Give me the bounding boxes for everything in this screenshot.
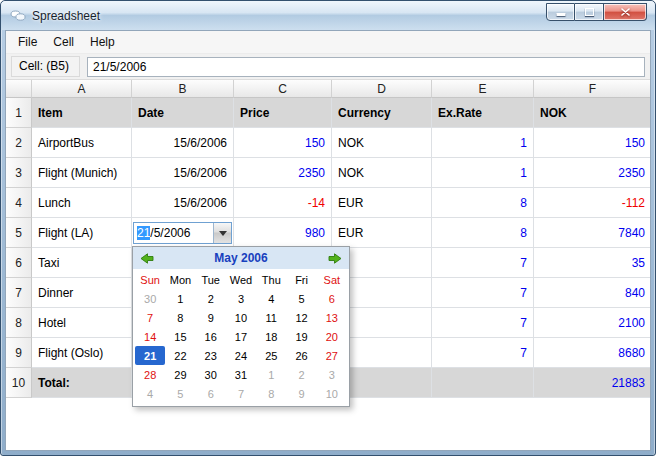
cell-B3[interactable]: 15/6/2006 bbox=[132, 158, 234, 188]
calendar-day[interactable]: 8 bbox=[165, 308, 195, 327]
date-editor[interactable]: 21/5/2006 bbox=[134, 223, 213, 243]
cell-A9[interactable]: Flight (Oslo) bbox=[32, 338, 132, 368]
calendar-day[interactable]: 29 bbox=[165, 365, 195, 384]
cell-F5[interactable]: 7840 bbox=[534, 218, 650, 248]
menu-item-cell[interactable]: Cell bbox=[45, 33, 82, 51]
minimize-button[interactable] bbox=[546, 3, 575, 21]
row-header-2[interactable]: 2 bbox=[6, 128, 32, 158]
cell-A2[interactable]: AirportBus bbox=[32, 128, 132, 158]
calendar-day[interactable]: 25 bbox=[256, 346, 286, 365]
column-header-F[interactable]: F bbox=[534, 80, 650, 98]
calendar-day[interactable]: 23 bbox=[196, 346, 226, 365]
cell-F1[interactable]: NOK bbox=[534, 98, 650, 128]
calendar-day[interactable]: 5 bbox=[165, 384, 195, 403]
cell-E2[interactable]: 1 bbox=[432, 128, 534, 158]
cell-E5[interactable]: 8 bbox=[432, 218, 534, 248]
cell-C1[interactable]: Price bbox=[234, 98, 332, 128]
calendar-day[interactable]: 30 bbox=[135, 289, 165, 308]
calendar-day[interactable]: 10 bbox=[226, 308, 256, 327]
row-header-10[interactable]: 10 bbox=[6, 368, 32, 398]
row-header-6[interactable]: 6 bbox=[6, 248, 32, 278]
calendar-day[interactable]: 17 bbox=[226, 327, 256, 346]
menu-item-help[interactable]: Help bbox=[82, 33, 123, 51]
calendar-day[interactable]: 7 bbox=[135, 308, 165, 327]
calendar-day[interactable]: 18 bbox=[256, 327, 286, 346]
date-dropdown-button[interactable] bbox=[213, 223, 231, 243]
calendar-day[interactable]: 8 bbox=[256, 384, 286, 403]
calendar-day[interactable]: 19 bbox=[286, 327, 316, 346]
calendar-day[interactable]: 2 bbox=[286, 365, 316, 384]
row-header-8[interactable]: 8 bbox=[6, 308, 32, 338]
corner-cell[interactable] bbox=[6, 80, 32, 98]
date-combobox[interactable]: 21/5/2006 bbox=[133, 222, 232, 244]
menu-item-file[interactable]: File bbox=[10, 33, 45, 51]
calendar-day[interactable]: 13 bbox=[317, 308, 347, 327]
cell-D4[interactable]: EUR bbox=[332, 188, 432, 218]
cell-A10[interactable]: Total: bbox=[32, 368, 132, 398]
cell-F10[interactable]: 21883 bbox=[534, 368, 650, 398]
calendar-selected-day[interactable]: 21 bbox=[135, 346, 165, 365]
calendar-day[interactable]: 12 bbox=[286, 308, 316, 327]
cell-A8[interactable]: Hotel bbox=[32, 308, 132, 338]
next-month-button[interactable] bbox=[325, 250, 345, 266]
cell-F8[interactable]: 2100 bbox=[534, 308, 650, 338]
cell-F9[interactable]: 8680 bbox=[534, 338, 650, 368]
calendar-day[interactable]: 9 bbox=[196, 308, 226, 327]
cell-A5[interactable]: Flight (LA) bbox=[32, 218, 132, 248]
row-header-4[interactable]: 4 bbox=[6, 188, 32, 218]
calendar-day[interactable]: 2 bbox=[196, 289, 226, 308]
column-header-A[interactable]: A bbox=[32, 80, 132, 98]
calendar-day[interactable]: 30 bbox=[196, 365, 226, 384]
cell-C5[interactable]: 980 bbox=[234, 218, 332, 248]
cell-B1[interactable]: Date bbox=[132, 98, 234, 128]
calendar-day[interactable]: 26 bbox=[286, 346, 316, 365]
calendar-day[interactable]: 4 bbox=[135, 384, 165, 403]
cell-D2[interactable]: NOK bbox=[332, 128, 432, 158]
maximize-button[interactable] bbox=[575, 3, 604, 21]
cell-E3[interactable]: 1 bbox=[432, 158, 534, 188]
cell-A4[interactable]: Lunch bbox=[32, 188, 132, 218]
calendar-day[interactable]: 14 bbox=[135, 327, 165, 346]
calendar-day[interactable]: 6 bbox=[196, 384, 226, 403]
titlebar[interactable]: Spreadsheet bbox=[1, 1, 655, 30]
calendar-day[interactable]: 3 bbox=[226, 289, 256, 308]
cell-A1[interactable]: Item bbox=[32, 98, 132, 128]
cell-C4[interactable]: -14 bbox=[234, 188, 332, 218]
previous-month-button[interactable] bbox=[137, 250, 157, 266]
row-header-1[interactable]: 1 bbox=[6, 98, 32, 128]
cell-D3[interactable]: NOK bbox=[332, 158, 432, 188]
cell-A7[interactable]: Dinner bbox=[32, 278, 132, 308]
calendar-day[interactable]: 3 bbox=[317, 365, 347, 384]
cell-E9[interactable]: 7 bbox=[432, 338, 534, 368]
calendar-day[interactable]: 5 bbox=[286, 289, 316, 308]
calendar-day[interactable]: 31 bbox=[226, 365, 256, 384]
row-header-5[interactable]: 5 bbox=[6, 218, 32, 248]
cell-E6[interactable]: 7 bbox=[432, 248, 534, 278]
row-header-3[interactable]: 3 bbox=[6, 158, 32, 188]
calendar-day[interactable]: 28 bbox=[135, 365, 165, 384]
calendar-day[interactable]: 10 bbox=[317, 384, 347, 403]
cell-E7[interactable]: 7 bbox=[432, 278, 534, 308]
cell-C3[interactable]: 2350 bbox=[234, 158, 332, 188]
calendar-day[interactable]: 11 bbox=[256, 308, 286, 327]
calendar-day[interactable]: 27 bbox=[317, 346, 347, 365]
calendar-day[interactable]: 6 bbox=[317, 289, 347, 308]
calendar-day[interactable]: 15 bbox=[165, 327, 195, 346]
calendar-day[interactable]: 9 bbox=[286, 384, 316, 403]
row-header-7[interactable]: 7 bbox=[6, 278, 32, 308]
cell-B2[interactable]: 15/6/2006 bbox=[132, 128, 234, 158]
cell-value-input[interactable]: 21/5/2006 bbox=[87, 57, 645, 77]
column-header-B[interactable]: B bbox=[132, 80, 234, 98]
cell-D5[interactable]: EUR bbox=[332, 218, 432, 248]
calendar-month-title[interactable]: May 2006 bbox=[157, 251, 325, 265]
column-header-E[interactable]: E bbox=[432, 80, 534, 98]
calendar-day[interactable]: 1 bbox=[256, 365, 286, 384]
cell-B4[interactable]: 15/6/2006 bbox=[132, 188, 234, 218]
cell-C2[interactable]: 150 bbox=[234, 128, 332, 158]
close-button[interactable] bbox=[604, 3, 647, 21]
cell-D1[interactable]: Currency bbox=[332, 98, 432, 128]
cell-E4[interactable]: 8 bbox=[432, 188, 534, 218]
calendar-day[interactable]: 1 bbox=[165, 289, 195, 308]
cell-E10[interactable] bbox=[432, 368, 534, 398]
calendar-day[interactable]: 4 bbox=[256, 289, 286, 308]
